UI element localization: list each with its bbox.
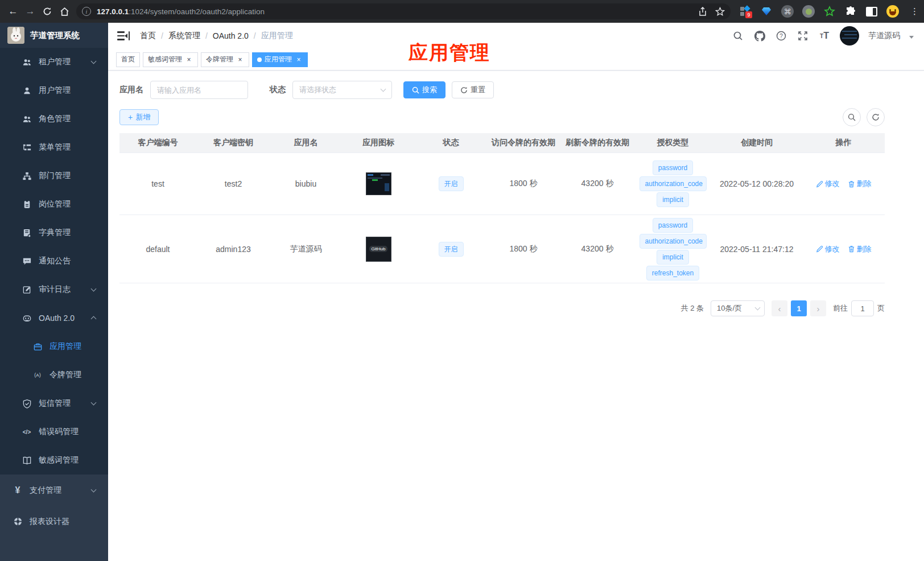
sidebar-item-租户管理[interactable]: 租户管理 bbox=[0, 48, 108, 76]
sidebar-item-敏感词管理[interactable]: 敏感词管理 bbox=[0, 446, 108, 475]
app-logo[interactable]: 芋道管理系统 bbox=[0, 23, 108, 48]
github-icon[interactable] bbox=[753, 30, 766, 42]
header-search-icon[interactable] bbox=[732, 30, 744, 42]
sidebar-item-短信管理[interactable]: 短信管理 bbox=[0, 389, 108, 418]
sidebar-item-字典管理[interactable]: 字典管理 bbox=[0, 218, 108, 247]
cell-grant-types: passwordauthorization_codeimplicitrefres… bbox=[634, 215, 711, 283]
user-menu-caret-icon[interactable] bbox=[909, 36, 914, 39]
add-button[interactable]: +新增 bbox=[119, 109, 159, 125]
next-page-button[interactable]: › bbox=[810, 300, 826, 316]
sidebar-item-部门管理[interactable]: 部门管理 bbox=[0, 162, 108, 190]
cell-client-id: test bbox=[119, 153, 196, 214]
breadcrumb-separator: / bbox=[254, 31, 256, 40]
sidebar-item-label: 角色管理 bbox=[39, 114, 71, 124]
top-navbar: 首页/系统管理/OAuth 2.0/应用管理 ? TT 芋道源码 bbox=[108, 23, 924, 49]
user-avatar[interactable] bbox=[840, 26, 859, 46]
tab-close-icon[interactable]: × bbox=[185, 56, 193, 64]
browser-forward-icon[interactable]: → bbox=[22, 3, 39, 20]
extension-command-icon[interactable]: ⌘ bbox=[781, 5, 794, 18]
refresh-table-icon[interactable] bbox=[867, 108, 885, 126]
tab-令牌管理[interactable]: 令牌管理× bbox=[201, 52, 249, 67]
breadcrumb-item[interactable]: 首页 bbox=[140, 31, 156, 41]
sidebar-item-菜单管理[interactable]: 菜单管理 bbox=[0, 133, 108, 162]
extension-gem-icon[interactable] bbox=[760, 5, 773, 18]
sidebar: 芋道管理系统 租户管理用户管理角色管理菜单管理部门管理岗位管理字典管理通知公告审… bbox=[0, 23, 108, 561]
extension-record-icon[interactable] bbox=[802, 5, 815, 18]
system-submenu-group: 租户管理用户管理角色管理菜单管理部门管理岗位管理字典管理通知公告审计日志OAut… bbox=[0, 48, 108, 475]
cell-app-name: biubiu bbox=[270, 153, 341, 214]
sidebar-item-label: 错误码管理 bbox=[39, 427, 79, 437]
edit-button[interactable]: 修改 bbox=[816, 179, 840, 189]
pagination: 共 2 条 10条/页 ‹ 1 › 前往 页 bbox=[119, 300, 885, 316]
tab-首页[interactable]: 首页 bbox=[116, 52, 140, 67]
sidebar-item-审计日志[interactable]: 审计日志 bbox=[0, 275, 108, 304]
breadcrumb-item[interactable]: 系统管理 bbox=[168, 31, 200, 41]
book-icon bbox=[22, 455, 32, 465]
chevron-down-icon bbox=[91, 59, 97, 64]
table-toolbar: +新增 bbox=[119, 108, 885, 126]
sidebar-item-角色管理[interactable]: 角色管理 bbox=[0, 105, 108, 133]
sidebar-item-岗位管理[interactable]: 岗位管理 bbox=[0, 190, 108, 218]
reset-button[interactable]: 重置 bbox=[452, 81, 494, 98]
tab-label: 应用管理 bbox=[265, 55, 292, 64]
sidebar-item-通知公告[interactable]: 通知公告 bbox=[0, 247, 108, 275]
site-info-icon[interactable]: i bbox=[82, 7, 91, 16]
emoji-extension-icon[interactable] bbox=[886, 5, 900, 18]
side-panel-icon[interactable] bbox=[865, 5, 878, 18]
browser-menu-icon[interactable]: ⋮ bbox=[910, 6, 919, 16]
goto-page-input[interactable] bbox=[851, 300, 874, 316]
column-header: 客户端密钥 bbox=[196, 133, 270, 152]
page-size-select[interactable]: 10条/页 bbox=[711, 300, 765, 316]
delete-button[interactable]: 删除 bbox=[848, 179, 872, 189]
sidebar-item-OAuth 2.0[interactable]: OAuth 2.0 bbox=[0, 304, 108, 332]
status-tag[interactable]: 开启 bbox=[439, 242, 464, 257]
briefcase-icon bbox=[32, 341, 43, 352]
status-tag[interactable]: 开启 bbox=[439, 176, 464, 191]
sidebar-collapse-icon[interactable] bbox=[117, 30, 130, 42]
cell-status: 开启 bbox=[415, 153, 486, 214]
browser-reload-icon[interactable] bbox=[39, 3, 56, 20]
breadcrumb: 首页/系统管理/OAuth 2.0/应用管理 bbox=[140, 31, 293, 41]
extension-blocks-icon[interactable]: 9 bbox=[739, 5, 752, 18]
search-button[interactable]: 搜索 bbox=[403, 81, 446, 98]
status-select[interactable]: 请选择状态 bbox=[292, 81, 392, 99]
browser-back-icon[interactable]: ← bbox=[5, 3, 22, 20]
tab-应用管理[interactable]: 应用管理× bbox=[252, 52, 308, 67]
help-icon[interactable]: ? bbox=[775, 30, 787, 42]
edit-button[interactable]: 修改 bbox=[816, 244, 840, 254]
badge-icon bbox=[22, 199, 32, 209]
tab-close-icon[interactable]: × bbox=[295, 56, 303, 64]
column-header: 应用图标 bbox=[341, 133, 415, 152]
breadcrumb-item[interactable]: OAuth 2.0 bbox=[213, 31, 249, 40]
font-size-icon[interactable]: TT bbox=[818, 30, 831, 42]
user-name[interactable]: 芋道源码 bbox=[868, 31, 900, 41]
current-page-button[interactable]: 1 bbox=[791, 300, 807, 316]
prev-page-button[interactable]: ‹ bbox=[772, 300, 787, 316]
share-icon[interactable] bbox=[698, 7, 707, 16]
total-count: 共 2 条 bbox=[681, 303, 704, 314]
chevron-down-icon bbox=[91, 486, 97, 492]
sidebar-item-用户管理[interactable]: 用户管理 bbox=[0, 76, 108, 105]
fullscreen-icon[interactable] bbox=[797, 30, 809, 42]
sidebar-item-令牌管理[interactable]: (A)令牌管理 bbox=[0, 361, 108, 389]
extension-puzzle-icon[interactable] bbox=[844, 5, 857, 18]
cell-actions: 修改删除 bbox=[802, 153, 885, 214]
extensions-row: 9 ⌘ ⋮ bbox=[739, 5, 919, 18]
app-name-input[interactable] bbox=[150, 81, 248, 99]
column-header: 客户端编号 bbox=[119, 133, 196, 152]
shield-icon bbox=[22, 398, 32, 409]
extension-star-icon[interactable] bbox=[823, 5, 836, 18]
address-bar[interactable]: i 127.0.0.1:1024/system/oauth2/oauth2/ap… bbox=[76, 3, 731, 19]
bookmark-star-icon[interactable] bbox=[715, 7, 725, 16]
delete-button[interactable]: 删除 bbox=[848, 244, 872, 254]
cell-actions: 修改删除 bbox=[802, 215, 885, 283]
toggle-search-icon[interactable] bbox=[843, 108, 861, 126]
sidebar-item-报表设计器[interactable]: 报表设计器 bbox=[0, 506, 108, 537]
browser-home-icon[interactable] bbox=[56, 3, 73, 20]
tab-敏感词管理[interactable]: 敏感词管理× bbox=[143, 52, 198, 67]
sidebar-item-应用管理[interactable]: 应用管理 bbox=[0, 332, 108, 361]
tab-close-icon[interactable]: × bbox=[236, 56, 244, 64]
sidebar-item-支付管理[interactable]: ¥支付管理 bbox=[0, 475, 108, 506]
grant-type-tag: implicit bbox=[657, 192, 689, 207]
sidebar-item-错误码管理[interactable]: </>错误码管理 bbox=[0, 418, 108, 446]
